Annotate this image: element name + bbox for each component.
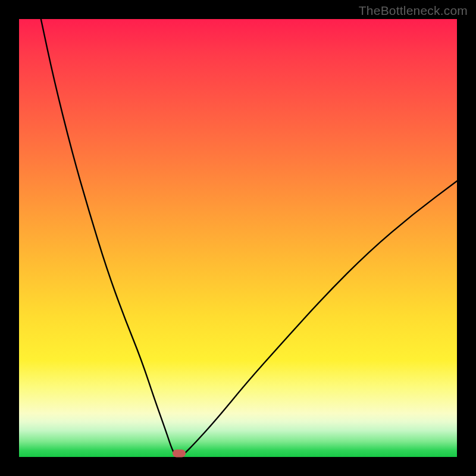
bottleneck-curve — [19, 19, 457, 457]
operating-point-marker — [173, 450, 186, 458]
chart-frame: TheBottleneck.com — [0, 0, 476, 476]
watermark-text: TheBottleneck.com — [359, 4, 468, 18]
plot-area — [19, 19, 457, 457]
